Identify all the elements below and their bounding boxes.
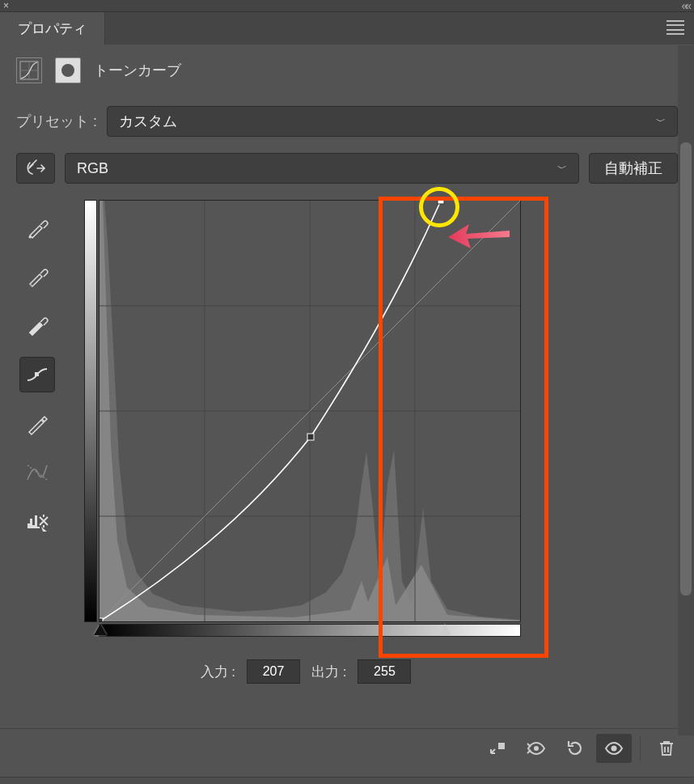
adjustment-title: トーンカーブ <box>94 61 181 80</box>
collapse-panel-icon[interactable]: «« <box>681 0 689 12</box>
delete-icon[interactable] <box>649 734 684 763</box>
separator <box>640 736 641 761</box>
svg-point-15 <box>534 746 539 751</box>
auto-button[interactable]: 自動補正 <box>589 153 678 184</box>
tab-properties[interactable]: プロパティ <box>0 12 105 44</box>
preset-value: カスタム <box>119 112 177 131</box>
chevron-down-icon: ﹀ <box>656 115 666 129</box>
channel-select[interactable]: RGB ﹀ <box>65 153 579 184</box>
adjustment-header: トーンカーブ <box>16 57 678 83</box>
panel-menu-icon[interactable] <box>666 20 684 35</box>
panel-topbar: × «« <box>0 0 694 12</box>
panel-bottom-bar <box>0 728 694 768</box>
input-output-row: 入力 : 出力 : <box>84 659 527 684</box>
layer-mask-icon[interactable] <box>55 57 81 83</box>
svg-rect-12 <box>99 618 103 621</box>
input-gradient-strip <box>99 624 521 637</box>
svg-rect-14 <box>438 201 444 204</box>
tab-label: プロパティ <box>18 19 87 38</box>
svg-rect-4 <box>35 372 39 376</box>
output-gradient-strip <box>84 200 97 622</box>
eyedropper-white-point[interactable] <box>20 308 54 342</box>
close-icon[interactable]: × <box>3 0 9 11</box>
output-label: 出力 : <box>311 663 346 681</box>
input-label: 入力 : <box>201 663 235 681</box>
channel-row: RGB ﹀ 自動補正 <box>16 153 678 184</box>
curves-adjustment-icon <box>16 57 42 83</box>
toggle-visibility-icon[interactable] <box>596 734 632 763</box>
clip-histogram-tool[interactable] <box>20 504 54 538</box>
preset-select[interactable]: カスタム ﹀ <box>107 106 678 137</box>
output-value-field[interactable] <box>358 659 411 684</box>
panel-scrollbar[interactable] <box>678 45 694 735</box>
preset-label: プリセット : <box>16 112 97 131</box>
reset-icon[interactable] <box>557 734 593 763</box>
preset-row: プリセット : カスタム ﹀ <box>16 106 678 137</box>
input-value-field[interactable] <box>247 659 300 684</box>
panel-tab-row: プロパティ <box>0 12 694 44</box>
white-point-slider[interactable] <box>438 624 451 635</box>
smooth-curve-tool[interactable] <box>20 456 54 489</box>
on-image-adjust-button[interactable] <box>16 153 55 184</box>
pencil-freehand-tool[interactable] <box>20 407 54 441</box>
scrollbar-thumb[interactable] <box>680 142 692 595</box>
view-previous-state-icon[interactable] <box>518 734 554 763</box>
properties-panel: × «« プロパティ トーンカーブ プリセット : カスタム ﹀ <box>0 0 694 784</box>
eyedropper-gray-point[interactable] <box>20 260 54 294</box>
curves-tool-column <box>16 200 58 684</box>
curve-point-tool[interactable] <box>19 357 55 392</box>
auto-label: 自動補正 <box>604 159 662 178</box>
svg-point-3 <box>29 236 32 239</box>
curves-plot-area[interactable] <box>99 200 521 622</box>
eyedropper-black-point[interactable] <box>20 211 54 245</box>
curves-graph[interactable] <box>84 200 527 643</box>
svg-point-16 <box>611 746 617 752</box>
chevron-down-icon: ﹀ <box>557 162 567 176</box>
channel-value: RGB <box>77 160 108 177</box>
clip-to-layer-icon[interactable] <box>480 734 515 763</box>
svg-rect-13 <box>307 434 314 440</box>
panel-resize-bar[interactable] <box>0 777 694 784</box>
black-point-slider[interactable] <box>94 624 107 635</box>
